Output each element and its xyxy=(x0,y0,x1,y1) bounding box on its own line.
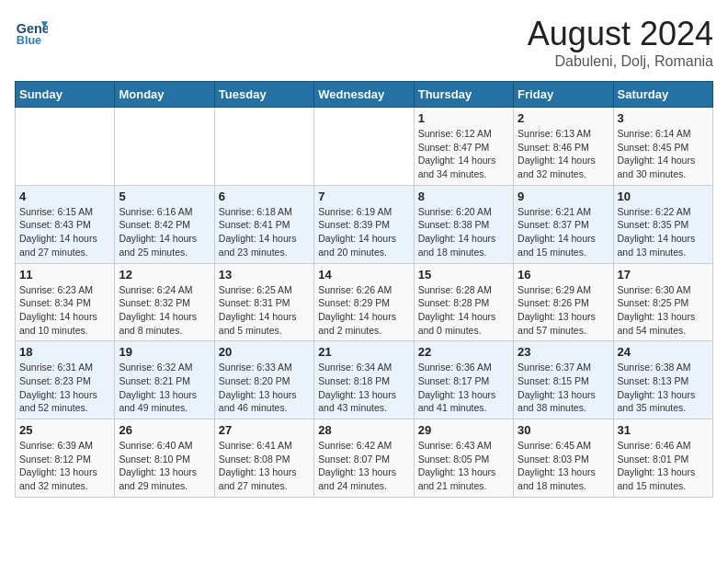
day-detail: Sunrise: 6:38 AM Sunset: 8:13 PM Dayligh… xyxy=(618,361,709,415)
main-title: August 2024 xyxy=(528,15,713,53)
day-detail: Sunrise: 6:34 AM Sunset: 8:18 PM Dayligh… xyxy=(318,361,409,415)
day-number: 20 xyxy=(219,345,310,359)
header-saturday: Saturday xyxy=(613,82,712,108)
day-cell: 7Sunrise: 6:19 AM Sunset: 8:39 PM Daylig… xyxy=(314,185,414,263)
day-detail: Sunrise: 6:43 AM Sunset: 8:05 PM Dayligh… xyxy=(418,439,509,493)
day-cell: 20Sunrise: 6:33 AM Sunset: 8:20 PM Dayli… xyxy=(214,341,313,419)
day-detail: Sunrise: 6:28 AM Sunset: 8:28 PM Dayligh… xyxy=(418,283,509,338)
day-number: 30 xyxy=(518,423,609,437)
day-cell: 12Sunrise: 6:24 AM Sunset: 8:32 PM Dayli… xyxy=(115,263,214,341)
day-detail: Sunrise: 6:46 AM Sunset: 8:01 PM Dayligh… xyxy=(618,439,709,493)
day-cell: 10Sunrise: 6:22 AM Sunset: 8:35 PM Dayli… xyxy=(613,185,712,263)
day-number: 7 xyxy=(318,190,409,203)
day-number: 28 xyxy=(318,423,409,437)
day-number: 19 xyxy=(119,345,210,359)
day-number: 17 xyxy=(618,268,709,282)
day-detail: Sunrise: 6:31 AM Sunset: 8:23 PM Dayligh… xyxy=(19,361,110,415)
day-detail: Sunrise: 6:14 AM Sunset: 8:45 PM Dayligh… xyxy=(618,127,709,181)
day-cell: 6Sunrise: 6:18 AM Sunset: 8:41 PM Daylig… xyxy=(214,185,313,263)
header-thursday: Thursday xyxy=(414,82,513,108)
day-cell: 30Sunrise: 6:45 AM Sunset: 8:03 PM Dayli… xyxy=(514,419,613,498)
day-cell: 5Sunrise: 6:16 AM Sunset: 8:42 PM Daylig… xyxy=(115,185,214,263)
day-number: 10 xyxy=(618,190,709,203)
day-detail: Sunrise: 6:40 AM Sunset: 8:10 PM Dayligh… xyxy=(119,439,210,493)
day-cell: 25Sunrise: 6:39 AM Sunset: 8:12 PM Dayli… xyxy=(16,419,115,498)
day-number: 18 xyxy=(19,345,110,359)
header-wednesday: Wednesday xyxy=(314,82,414,108)
day-number: 6 xyxy=(219,190,310,203)
day-cell: 21Sunrise: 6:34 AM Sunset: 8:18 PM Dayli… xyxy=(314,341,414,419)
week-row-1: 1Sunrise: 6:12 AM Sunset: 8:47 PM Daylig… xyxy=(16,108,713,186)
day-cell: 9Sunrise: 6:21 AM Sunset: 8:37 PM Daylig… xyxy=(514,185,613,263)
day-number: 15 xyxy=(418,268,509,282)
day-number: 4 xyxy=(19,190,110,203)
day-detail: Sunrise: 6:19 AM Sunset: 8:39 PM Dayligh… xyxy=(318,205,409,259)
day-number: 11 xyxy=(19,268,110,282)
day-detail: Sunrise: 6:41 AM Sunset: 8:08 PM Dayligh… xyxy=(219,439,310,493)
calendar: SundayMondayTuesdayWednesdayThursdayFrid… xyxy=(15,81,713,498)
day-detail: Sunrise: 6:36 AM Sunset: 8:17 PM Dayligh… xyxy=(418,361,509,415)
day-detail: Sunrise: 6:12 AM Sunset: 8:47 PM Dayligh… xyxy=(418,127,509,181)
logo-icon: General Blue xyxy=(15,15,48,48)
day-cell: 3Sunrise: 6:14 AM Sunset: 8:45 PM Daylig… xyxy=(613,108,712,186)
header-monday: Monday xyxy=(115,82,214,108)
day-number: 23 xyxy=(518,345,609,359)
week-row-3: 11Sunrise: 6:23 AM Sunset: 8:34 PM Dayli… xyxy=(16,263,713,341)
day-detail: Sunrise: 6:45 AM Sunset: 8:03 PM Dayligh… xyxy=(518,439,609,493)
day-number: 29 xyxy=(418,423,509,437)
day-detail: Sunrise: 6:24 AM Sunset: 8:32 PM Dayligh… xyxy=(119,283,210,338)
day-cell: 2Sunrise: 6:13 AM Sunset: 8:46 PM Daylig… xyxy=(514,108,613,186)
day-cell: 8Sunrise: 6:20 AM Sunset: 8:38 PM Daylig… xyxy=(414,185,513,263)
day-number: 21 xyxy=(318,345,409,359)
day-detail: Sunrise: 6:18 AM Sunset: 8:41 PM Dayligh… xyxy=(219,205,310,259)
day-detail: Sunrise: 6:22 AM Sunset: 8:35 PM Dayligh… xyxy=(618,205,709,259)
day-number: 14 xyxy=(318,268,409,282)
day-number: 31 xyxy=(618,423,709,437)
header: General Blue August 2024 Dabuleni, Dolj,… xyxy=(15,15,713,70)
day-detail: Sunrise: 6:16 AM Sunset: 8:42 PM Dayligh… xyxy=(119,205,210,259)
day-cell: 22Sunrise: 6:36 AM Sunset: 8:17 PM Dayli… xyxy=(414,341,513,419)
calendar-header-row: SundayMondayTuesdayWednesdayThursdayFrid… xyxy=(16,82,713,108)
day-detail: Sunrise: 6:29 AM Sunset: 8:26 PM Dayligh… xyxy=(518,283,609,338)
day-cell: 19Sunrise: 6:32 AM Sunset: 8:21 PM Dayli… xyxy=(115,341,214,419)
week-row-5: 25Sunrise: 6:39 AM Sunset: 8:12 PM Dayli… xyxy=(16,419,713,498)
day-number: 27 xyxy=(219,423,310,437)
day-number: 12 xyxy=(119,268,210,282)
day-detail: Sunrise: 6:33 AM Sunset: 8:20 PM Dayligh… xyxy=(219,361,310,415)
title-block: August 2024 Dabuleni, Dolj, Romania xyxy=(528,15,713,70)
day-number: 16 xyxy=(518,268,609,282)
day-cell: 23Sunrise: 6:37 AM Sunset: 8:15 PM Dayli… xyxy=(514,341,613,419)
day-cell: 17Sunrise: 6:30 AM Sunset: 8:25 PM Dayli… xyxy=(613,263,712,341)
day-cell: 26Sunrise: 6:40 AM Sunset: 8:10 PM Dayli… xyxy=(115,419,214,498)
day-number: 9 xyxy=(518,190,609,203)
day-detail: Sunrise: 6:25 AM Sunset: 8:31 PM Dayligh… xyxy=(219,283,310,338)
day-number: 24 xyxy=(618,345,709,359)
day-cell: 28Sunrise: 6:42 AM Sunset: 8:07 PM Dayli… xyxy=(314,419,414,498)
day-number: 25 xyxy=(19,423,110,437)
day-detail: Sunrise: 6:21 AM Sunset: 8:37 PM Dayligh… xyxy=(518,205,609,259)
day-cell: 4Sunrise: 6:15 AM Sunset: 8:43 PM Daylig… xyxy=(16,185,115,263)
day-detail: Sunrise: 6:26 AM Sunset: 8:29 PM Dayligh… xyxy=(318,283,409,338)
day-number: 13 xyxy=(219,268,310,282)
logo: General Blue xyxy=(15,15,48,48)
day-number: 5 xyxy=(119,190,210,203)
header-friday: Friday xyxy=(514,82,613,108)
day-number: 1 xyxy=(418,111,509,125)
day-cell xyxy=(314,108,414,186)
day-detail: Sunrise: 6:37 AM Sunset: 8:15 PM Dayligh… xyxy=(518,361,609,415)
day-detail: Sunrise: 6:30 AM Sunset: 8:25 PM Dayligh… xyxy=(618,283,709,338)
day-number: 2 xyxy=(518,111,609,125)
day-cell: 29Sunrise: 6:43 AM Sunset: 8:05 PM Dayli… xyxy=(414,419,513,498)
day-cell: 11Sunrise: 6:23 AM Sunset: 8:34 PM Dayli… xyxy=(16,263,115,341)
day-cell: 24Sunrise: 6:38 AM Sunset: 8:13 PM Dayli… xyxy=(613,341,712,419)
day-detail: Sunrise: 6:39 AM Sunset: 8:12 PM Dayligh… xyxy=(19,439,110,493)
day-number: 8 xyxy=(418,190,509,203)
week-row-4: 18Sunrise: 6:31 AM Sunset: 8:23 PM Dayli… xyxy=(16,341,713,419)
day-detail: Sunrise: 6:32 AM Sunset: 8:21 PM Dayligh… xyxy=(119,361,210,415)
sub-title: Dabuleni, Dolj, Romania xyxy=(528,53,713,70)
day-detail: Sunrise: 6:15 AM Sunset: 8:43 PM Dayligh… xyxy=(19,205,110,259)
day-cell xyxy=(115,108,214,186)
day-cell: 18Sunrise: 6:31 AM Sunset: 8:23 PM Dayli… xyxy=(16,341,115,419)
day-cell: 16Sunrise: 6:29 AM Sunset: 8:26 PM Dayli… xyxy=(514,263,613,341)
day-detail: Sunrise: 6:13 AM Sunset: 8:46 PM Dayligh… xyxy=(518,127,609,181)
